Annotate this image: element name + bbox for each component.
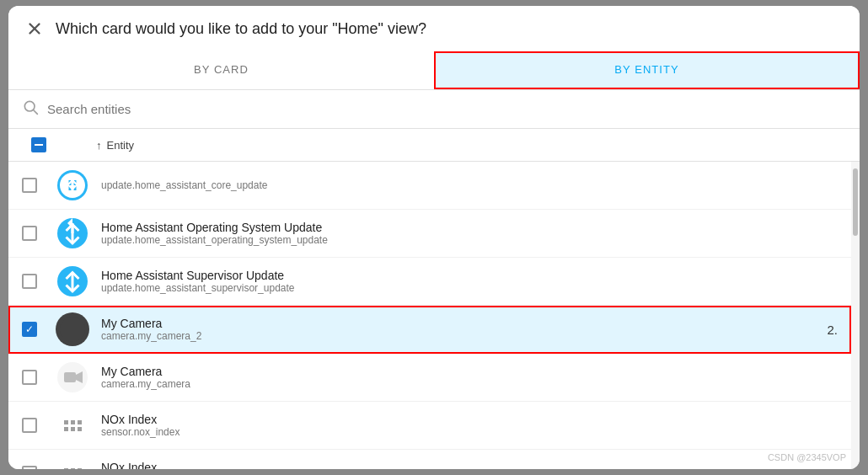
table-row[interactable]: NOx Index sensor.nox_index bbox=[8, 402, 851, 450]
scrollbar[interactable] bbox=[851, 162, 860, 469]
entity-text: update.home_assistant_core_update bbox=[101, 179, 267, 191]
tabs-row: BY CARD BY ENTITY bbox=[8, 51, 860, 90]
entity-checkbox-checked[interactable] bbox=[22, 322, 37, 337]
checkbox-col bbox=[22, 370, 56, 385]
search-bar bbox=[8, 90, 860, 129]
checkbox-col bbox=[22, 418, 56, 433]
table-row[interactable]: Home Assistant Supervisor Update update.… bbox=[8, 258, 851, 306]
entity-id: update.home_assistant_supervisor_update bbox=[101, 282, 295, 294]
entity-text: Home Assistant Operating System Update u… bbox=[101, 221, 328, 246]
close-button[interactable] bbox=[25, 19, 44, 38]
search-icon bbox=[22, 99, 39, 120]
entity-checkbox[interactable] bbox=[22, 418, 37, 433]
table-row[interactable]: Home Assistant Operating System Update u… bbox=[8, 210, 851, 258]
entity-icon-camera-plain bbox=[56, 360, 89, 394]
entity-icon-camera bbox=[56, 312, 89, 346]
entity-id: camera.my_camera bbox=[101, 378, 190, 390]
entity-id: sensor.nox_index bbox=[101, 426, 179, 438]
entity-id: update.home_assistant_core_update bbox=[101, 179, 267, 191]
checkbox-col bbox=[22, 466, 56, 469]
entity-icon-sensor bbox=[56, 408, 89, 442]
entity-name: Home Assistant Operating System Update bbox=[101, 221, 328, 234]
list-scroll-container: update.home_assistant_core_update bbox=[8, 162, 860, 469]
header-checkbox[interactable] bbox=[31, 137, 46, 152]
svg-point-6 bbox=[60, 317, 85, 342]
entity-text: Home Assistant Supervisor Update update.… bbox=[101, 269, 295, 294]
entity-name: My Camera bbox=[101, 365, 190, 378]
entity-checkbox[interactable] bbox=[22, 370, 37, 385]
checkbox-col bbox=[22, 274, 56, 289]
entity-id: update.home_assistant_operating_system_u… bbox=[101, 234, 328, 246]
table-header: ↑ Entity bbox=[8, 129, 860, 162]
checkbox-col bbox=[22, 178, 56, 193]
table-row[interactable]: My Camera camera.my_camera bbox=[8, 354, 851, 402]
entity-name: NOx Index bbox=[101, 413, 179, 426]
entity-name: NOx Index bbox=[101, 461, 191, 469]
header-entity-col: ↑ Entity bbox=[96, 139, 846, 152]
modal-overlay: Which card would you like to add to your… bbox=[0, 0, 868, 475]
checkbox-col bbox=[22, 322, 56, 337]
watermark: CSDN @2345VOP bbox=[768, 452, 846, 462]
entity-icon-update bbox=[56, 264, 89, 298]
tab-by-card[interactable]: BY CARD bbox=[8, 51, 434, 89]
sort-icon[interactable]: ↑ bbox=[96, 139, 102, 152]
svg-rect-8 bbox=[64, 372, 76, 382]
entity-text: NOx Index sensor.nox_index_2 bbox=[101, 461, 191, 469]
modal: Which card would you like to add to your… bbox=[8, 6, 860, 469]
modal-header: Which card would you like to add to your… bbox=[8, 6, 860, 51]
entity-list: update.home_assistant_core_update bbox=[8, 162, 851, 469]
entity-text: NOx Index sensor.nox_index bbox=[101, 413, 179, 438]
tab-by-entity[interactable]: BY ENTITY bbox=[434, 51, 860, 89]
scrollbar-thumb[interactable] bbox=[853, 168, 858, 236]
entity-id: camera.my_camera_2 bbox=[101, 330, 201, 342]
entity-text: My Camera camera.my_camera bbox=[101, 365, 190, 390]
svg-line-3 bbox=[34, 110, 38, 115]
checkbox-col bbox=[22, 226, 56, 241]
table-row[interactable]: NOx Index sensor.nox_index_2 bbox=[8, 450, 851, 469]
header-checkbox-col bbox=[22, 137, 56, 152]
entity-checkbox[interactable] bbox=[22, 226, 37, 241]
entity-icon-update bbox=[56, 216, 89, 250]
table-row[interactable]: update.home_assistant_core_update bbox=[8, 162, 851, 210]
entity-checkbox[interactable] bbox=[22, 466, 37, 469]
entity-checkbox[interactable] bbox=[22, 178, 37, 193]
entity-name: Home Assistant Supervisor Update bbox=[101, 269, 295, 282]
modal-title: Which card would you like to add to your… bbox=[56, 20, 426, 38]
entity-column-label: Entity bbox=[107, 139, 135, 152]
entity-icon-sensor bbox=[56, 456, 89, 469]
entity-checkbox[interactable] bbox=[22, 274, 37, 289]
entity-text: My Camera camera.my_camera_2 bbox=[101, 317, 201, 342]
table-row-selected[interactable]: My Camera camera.my_camera_2 2. bbox=[8, 306, 851, 354]
entity-icon-update bbox=[56, 168, 89, 202]
row-annotation-number: 2. bbox=[827, 323, 838, 337]
entity-name: My Camera bbox=[101, 317, 201, 330]
search-input[interactable] bbox=[47, 102, 846, 116]
